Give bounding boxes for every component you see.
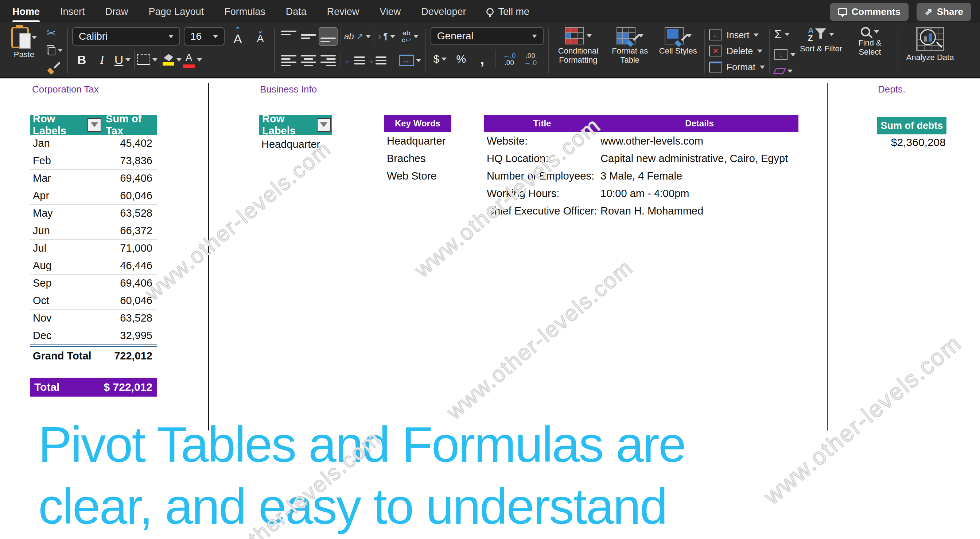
reading-order-chevron-icon[interactable] — [390, 35, 395, 38]
tell-me[interactable]: Tell me — [486, 6, 530, 17]
align-left-button[interactable] — [279, 51, 298, 70]
paste-button[interactable]: Paste — [5, 27, 43, 75]
align-right-button[interactable] — [319, 51, 337, 70]
wrap-text-button[interactable]: abc↩ — [399, 27, 421, 46]
table-row[interactable]: Working Hours:10:00 am - 4:00pm — [484, 185, 799, 202]
find-select-button[interactable]: Find & Select — [846, 27, 893, 75]
tab-review[interactable]: Review — [327, 6, 360, 17]
table-row[interactable]: Number of Employees:3 Male, 4 Female — [484, 167, 799, 185]
underline-button[interactable]: U — [113, 50, 132, 69]
italic-button[interactable]: I — [92, 50, 111, 69]
table-row[interactable]: Website:www.other-levels.com — [484, 132, 799, 150]
insert-button[interactable]: ← Insert — [709, 27, 765, 43]
sum-of-debts-value[interactable]: $2,360,208 — [873, 136, 947, 149]
table-row[interactable]: Apr60,046 — [30, 187, 157, 205]
delete-chevron-icon[interactable] — [757, 49, 762, 53]
align-middle-button[interactable] — [299, 27, 318, 46]
orientation-chevron-icon[interactable] — [366, 35, 371, 38]
table-row[interactable]: Mar69,406 — [30, 170, 157, 187]
fill-chevron-icon[interactable] — [791, 53, 795, 57]
conditional-formatting-chevron-icon[interactable] — [587, 34, 592, 38]
cut-icon[interactable]: ✂ — [47, 28, 63, 39]
table-row[interactable]: Sep69,406 — [30, 274, 157, 292]
table-row[interactable]: Jul71,000 — [30, 239, 157, 257]
tab-home[interactable]: Home — [13, 6, 40, 17]
percent-button[interactable]: % — [452, 49, 471, 68]
number-format-select[interactable]: General — [431, 27, 544, 45]
increase-indent-button[interactable]: → — [366, 51, 387, 70]
row-labels-filter-dropdown[interactable] — [317, 118, 331, 132]
sort-filter-chevron-icon[interactable] — [829, 33, 834, 36]
find-select-chevron-icon[interactable] — [874, 30, 879, 33]
font-color-button[interactable]: A — [183, 50, 202, 69]
orientation-button[interactable]: ab↗ — [344, 27, 371, 46]
business-pivot-value[interactable]: Headquarter — [259, 135, 332, 151]
table-row[interactable]: Dec32,995 — [30, 327, 157, 344]
currency-button[interactable]: $ — [431, 49, 450, 68]
tab-data[interactable]: Data — [286, 6, 307, 17]
merge-chevron-icon[interactable] — [416, 59, 421, 62]
total-row[interactable]: Total $ 722,012 — [30, 378, 157, 396]
copy-icon[interactable] — [47, 45, 56, 55]
tab-developer[interactable]: Developer — [421, 6, 466, 17]
reading-order-button[interactable]: ›¶ — [377, 27, 396, 46]
table-row[interactable]: Feb73,836 — [30, 152, 157, 170]
cell-styles-button[interactable]: Cell Styles — [657, 27, 700, 75]
wrap-text-chevron-icon[interactable] — [414, 35, 418, 38]
table-row[interactable]: Chief Executive Officer:Rovan H. Mohamme… — [484, 202, 799, 220]
increase-decimal-button[interactable]: ←.0.00 — [500, 49, 519, 68]
row-labels-filter-dropdown[interactable] — [88, 118, 101, 132]
autosum-icon[interactable]: Σ — [775, 28, 782, 41]
format-button[interactable]: Format — [709, 59, 765, 75]
fill-color-chevron-icon[interactable] — [177, 58, 181, 62]
decrease-indent-button[interactable]: ← — [344, 51, 365, 70]
format-chevron-icon[interactable] — [760, 65, 765, 69]
font-name-select[interactable]: Calibri — [72, 27, 180, 46]
copy-chevron-icon[interactable] — [57, 49, 63, 52]
fill-down-icon[interactable]: ↓ — [775, 49, 788, 60]
borders-button[interactable] — [137, 50, 158, 69]
list-item[interactable]: Web Store — [384, 167, 451, 185]
list-item[interactable]: Braches — [384, 150, 451, 167]
tab-draw[interactable]: Draw — [105, 6, 128, 17]
decrease-font-button[interactable]: ⌄A — [251, 27, 270, 46]
grand-total-row[interactable]: Grand Total722,012 — [30, 344, 157, 365]
conditional-formatting-button[interactable]: Conditional Formatting — [553, 27, 603, 75]
table-row[interactable]: Aug46,446 — [30, 257, 157, 274]
format-as-table-button[interactable]: Format as Table — [605, 27, 655, 75]
increase-font-button[interactable]: ⌃A — [228, 27, 247, 46]
table-row[interactable]: Nov63,528 — [30, 309, 157, 327]
merge-center-button[interactable]: ↔ — [399, 51, 421, 70]
underline-chevron-icon[interactable] — [126, 58, 130, 62]
table-row[interactable]: Oct60,046 — [30, 292, 157, 309]
fill-color-button[interactable] — [162, 50, 181, 69]
tab-formulas[interactable]: Formulas — [224, 6, 266, 17]
align-center-button[interactable] — [299, 51, 318, 70]
bold-button[interactable]: B — [72, 50, 91, 69]
format-painter-icon[interactable] — [47, 62, 60, 74]
delete-button[interactable]: ✕ Delete — [709, 43, 765, 59]
analyze-data-button[interactable]: Analyze Data — [903, 27, 958, 75]
clear-eraser-icon[interactable] — [773, 68, 786, 74]
font-color-chevron-icon[interactable] — [197, 58, 202, 62]
table-row[interactable]: Jan45,402 — [30, 135, 157, 152]
list-item[interactable]: Headquarter — [384, 132, 451, 150]
tab-insert[interactable]: Insert — [60, 6, 85, 17]
decrease-decimal-button[interactable]: .00→.0 — [521, 49, 540, 68]
comma-button[interactable]: , — [473, 49, 492, 68]
clear-chevron-icon[interactable] — [788, 70, 792, 73]
comments-button[interactable]: Comments — [830, 3, 908, 21]
align-top-button[interactable] — [279, 27, 298, 46]
tab-page-layout[interactable]: Page Layout — [149, 6, 204, 17]
currency-chevron-icon[interactable] — [442, 57, 447, 61]
share-button[interactable]: ⇗ Share — [916, 3, 971, 21]
table-row[interactable]: HQ Location:Capital new administrative, … — [484, 150, 799, 167]
table-row[interactable]: Jun66,372 — [30, 222, 157, 239]
tab-view[interactable]: View — [380, 6, 401, 17]
insert-chevron-icon[interactable] — [754, 33, 759, 37]
font-size-select[interactable]: 16 — [184, 27, 224, 46]
paste-chevron-icon[interactable] — [32, 36, 37, 39]
autosum-chevron-icon[interactable] — [784, 33, 790, 36]
sort-filter-button[interactable]: AZ Sort & Filter — [798, 27, 845, 75]
align-bottom-button[interactable] — [319, 27, 337, 46]
